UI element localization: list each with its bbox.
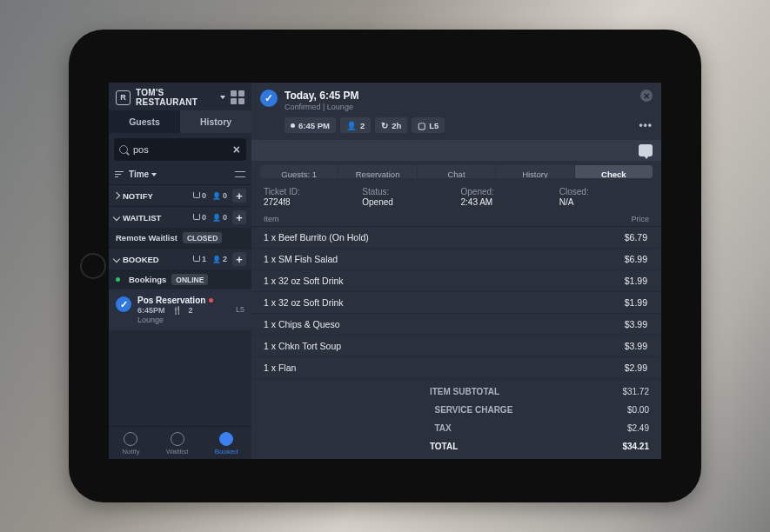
- chip-duration[interactable]: ↻2h: [375, 117, 407, 133]
- waitlist-seated-count: 0: [193, 213, 206, 222]
- check-totals: ITEM SUBTOTAL$31.72 SERVICE CHARGE$0.00 …: [251, 379, 661, 459]
- nav-booked[interactable]: Booked: [215, 432, 238, 456]
- service-charge-label: SERVICE CHARGE: [434, 405, 627, 415]
- dining-icon: 🍴: [172, 306, 182, 315]
- check-item-row: 1 x 32 oz Soft Drink$1.99: [251, 292, 660, 314]
- online-dot-icon: [116, 277, 120, 282]
- booked-icon: [219, 432, 233, 446]
- chat-bar[interactable]: [251, 140, 661, 161]
- refresh-icon: ↻: [381, 121, 388, 130]
- nav-notify-label: Notify: [122, 448, 139, 456]
- section-booked[interactable]: BOOKED 1 2 +: [109, 248, 251, 269]
- tablet-home-button[interactable]: [80, 253, 106, 279]
- add-booked-button[interactable]: +: [232, 252, 246, 266]
- nav-waitlist-label: Waitlist: [166, 448, 188, 456]
- app-screen: R TOM'S RESTAURANT Guests History × T: [109, 83, 661, 459]
- clock-icon: [291, 123, 295, 128]
- restaurant-picker[interactable]: TOM'S RESTAURANT: [136, 88, 225, 107]
- reservation-title: Pos Reservation: [137, 296, 205, 305]
- section-notify[interactable]: NOTIFY 0 0 +: [109, 184, 251, 206]
- col-item: Item: [264, 215, 279, 223]
- chat-icon: [639, 144, 653, 156]
- sidebar: R TOM'S RESTAURANT Guests History × T: [109, 83, 251, 459]
- service-charge-value: $0.00: [627, 405, 649, 415]
- chevron-down-icon: [113, 214, 120, 221]
- remote-waitlist-row: Remote Waitlist CLOSED: [109, 228, 251, 248]
- booked-seated-count: 1: [193, 255, 206, 263]
- remote-status-badge: CLOSED: [183, 232, 222, 243]
- time-filter-dropdown[interactable]: Time: [129, 170, 157, 179]
- reservation-table: L5: [236, 305, 244, 314]
- closed-value: N/A: [559, 197, 649, 207]
- seg-reservation[interactable]: Reservation: [338, 165, 417, 178]
- nav-notify[interactable]: Notify: [122, 432, 139, 456]
- more-actions-button[interactable]: •••: [639, 119, 653, 131]
- seg-chat[interactable]: Chat: [418, 165, 496, 178]
- reservation-area: Lounge: [137, 316, 230, 324]
- check-items: 1 x Beef Burrito (On Hold)$6.79 1 x SM F…: [251, 227, 661, 379]
- check-item-row: 1 x Flan$2.99: [251, 357, 660, 379]
- check-item-row: 1 x Chips & Queso$3.99: [251, 314, 660, 336]
- check-item-row: 1 x 32 oz Soft Drink$1.99: [251, 270, 660, 292]
- chevron-down-icon: [151, 173, 157, 176]
- ticket-id-label: Ticket ID:: [264, 187, 353, 196]
- section-waitlist[interactable]: WAITLIST 0 0 +: [109, 206, 251, 228]
- notify-icon: [124, 432, 137, 446]
- chip-table[interactable]: ▢L5: [412, 117, 445, 133]
- opened-label: Opened:: [461, 187, 551, 196]
- brand-logo[interactable]: R: [116, 90, 131, 105]
- check-item-row: 1 x Chkn Tort Soup$3.99: [251, 336, 660, 357]
- bookings-status-badge: ONLINE: [171, 274, 208, 285]
- notify-seated-count: 0: [193, 191, 206, 200]
- status-label: Status:: [362, 187, 452, 196]
- booked-party-count: 2: [212, 255, 227, 263]
- sort-icon[interactable]: [115, 171, 124, 178]
- nav-waitlist[interactable]: Waitlist: [166, 432, 188, 456]
- tax-value: $2.49: [627, 423, 649, 433]
- status-check-icon: ✓: [116, 296, 131, 312]
- subtotal-label: ITEM SUBTOTAL: [430, 387, 623, 396]
- chevron-down-icon: [220, 96, 225, 99]
- reservation-header-subtitle: Confirmed | Lounge: [285, 103, 359, 111]
- bookings-status-row: Bookings ONLINE: [109, 269, 251, 289]
- floor-plan-icon[interactable]: [231, 90, 244, 104]
- status-value: Opened: [362, 197, 452, 207]
- clear-search-icon[interactable]: ×: [233, 143, 240, 156]
- waitlist-party-count: 0: [212, 213, 227, 222]
- table-icon: ▢: [418, 121, 425, 130]
- section-waitlist-label: WAITLIST: [123, 213, 161, 223]
- seg-guests[interactable]: Guests: 1: [260, 165, 338, 178]
- reservation-time: 6:45PM: [137, 306, 165, 315]
- section-booked-label: BOOKED: [123, 255, 159, 264]
- tab-guests[interactable]: Guests: [109, 110, 180, 133]
- remote-waitlist-label: Remote Waitlist: [116, 233, 177, 243]
- col-price: Price: [631, 215, 649, 223]
- main-panel: ✓ Today, 6:45 PM Confirmed | Lounge ✕ 6:…: [251, 83, 661, 459]
- tablet-frame: R TOM'S RESTAURANT Guests History × T: [69, 30, 701, 502]
- reservation-header-title: Today, 6:45 PM: [285, 90, 359, 102]
- add-waitlist-button[interactable]: +: [232, 210, 246, 224]
- close-panel-button[interactable]: ✕: [640, 90, 653, 102]
- alert-dot-icon: [209, 298, 213, 303]
- bookings-label: Bookings: [129, 275, 166, 284]
- add-notify-button[interactable]: +: [232, 189, 246, 203]
- closed-label: Closed:: [559, 187, 649, 196]
- seg-history[interactable]: History: [496, 165, 574, 178]
- bottom-nav: Notify Waitlist Booked: [109, 426, 251, 459]
- chip-party[interactable]: 👤2: [340, 117, 371, 133]
- filter-sliders-icon[interactable]: [235, 170, 245, 179]
- reservation-list-item[interactable]: ✓ Pos Reservation 6:45PM 🍴 2 Lounge L5: [109, 289, 251, 330]
- subtotal-value: $31.72: [622, 387, 649, 396]
- seg-check[interactable]: Check: [575, 165, 653, 178]
- search-input[interactable]: [114, 138, 246, 161]
- search-icon: [119, 145, 128, 154]
- notify-party-count: 0: [212, 191, 227, 200]
- tab-history[interactable]: History: [180, 110, 251, 133]
- check-item-row: 1 x Beef Burrito (On Hold)$6.79: [251, 227, 660, 249]
- chip-time[interactable]: 6:45 PM: [285, 117, 336, 133]
- tax-label: TAX: [434, 423, 627, 433]
- ticket-id-value: 2724f8: [264, 197, 353, 207]
- chevron-right-icon: [113, 192, 120, 199]
- total-value: $34.21: [622, 442, 649, 451]
- section-notify-label: NOTIFY: [123, 191, 153, 201]
